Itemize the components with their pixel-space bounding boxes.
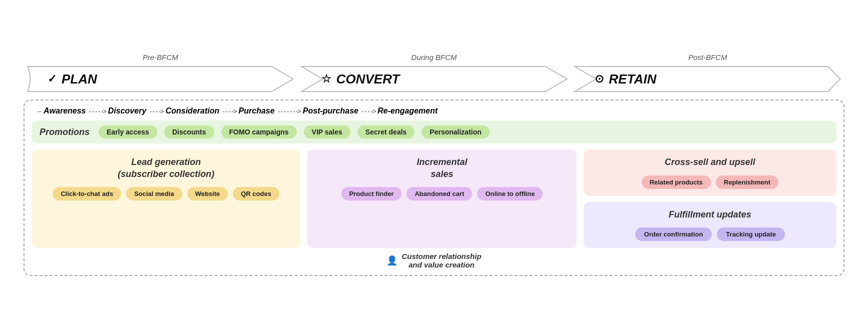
incremental-tag-o2o: Online to offline <box>477 187 543 200</box>
customer-rel-text: Customer relationshipand value creation <box>401 252 481 269</box>
diagram-container: Pre-BFCM ✓ PLAN During BFCM ☆ CON <box>14 48 854 281</box>
promo-tag-vip: VIP sales <box>304 126 350 138</box>
fulfillment-tag-tracking: Tracking update <box>717 228 785 241</box>
promo-tag-secret: Secret deals <box>357 126 415 138</box>
fulfillment-tags: Order confirmation Tracking update <box>592 228 828 241</box>
arrow-1: - - - - -> <box>88 108 106 115</box>
arrow-4: - - - - - - -> <box>277 108 301 115</box>
lead-gen-tag-click: Click-to-chat ads <box>53 187 121 200</box>
incremental-tag-cart: Abandoned cart <box>406 187 472 200</box>
incremental-tag-product: Product finder <box>341 187 402 200</box>
promotions-row: Promotions Early access Discounts FOMO c… <box>32 120 836 144</box>
crosssell-tag-related: Related products <box>642 176 711 189</box>
phase-retain-arrow: ⊙ RETAIN <box>571 64 844 94</box>
phases-row: Pre-BFCM ✓ PLAN During BFCM ☆ CON <box>24 53 844 94</box>
promo-tag-personalization: Personalization <box>421 126 489 138</box>
fulfillment-tag-order: Order confirmation <box>635 228 712 241</box>
crosssell-tags: Related products Replenishment <box>592 176 828 189</box>
convert-icon: ☆ <box>321 72 331 86</box>
phase-plan-text: ✓ PLAN <box>38 72 97 87</box>
plan-icon: ✓ <box>48 72 57 86</box>
promo-tag-fomo: FOMO campaigns <box>221 126 297 138</box>
phase-retain-title: RETAIN <box>609 72 656 87</box>
journey-reengagement: Re-engagement <box>377 106 438 116</box>
fulfillment-title: Fulfillment updates <box>592 209 828 220</box>
fulfillment-box: Fulfillment updates Order confirmation T… <box>584 202 836 248</box>
phase-plan: Pre-BFCM ✓ PLAN <box>24 53 297 94</box>
journey-discovery: Discovery <box>108 106 147 116</box>
journey-awareness: Awareness <box>44 106 86 116</box>
incremental-tags: Product finder Abandoned cart Online to … <box>315 187 568 200</box>
phase-retain-label: Post-BFCM <box>688 53 727 62</box>
lead-gen-tags: Click-to-chat ads Social media Website Q… <box>40 187 292 200</box>
phase-convert-arrow: ☆ CONVERT <box>297 64 571 94</box>
main-content: → Awareness - - - - -> Discovery - - - -… <box>24 100 844 276</box>
retain-icon: ⊙ <box>595 72 604 86</box>
journey-purchase: Purchase <box>239 106 275 116</box>
lead-gen-tag-website: Website <box>187 187 228 200</box>
journey-postpurchase: Post-purchase <box>303 106 358 116</box>
phase-convert-title: CONVERT <box>336 72 400 87</box>
incremental-title: Incrementalsales <box>315 156 568 180</box>
phase-retain: Post-BFCM ⊙ RETAIN <box>571 53 844 94</box>
promo-tag-early-access: Early access <box>99 126 157 138</box>
lead-gen-tag-social: Social media <box>126 187 182 200</box>
lead-gen-tag-qr: QR codes <box>233 187 279 200</box>
arrow-2: - - - -> <box>148 108 163 115</box>
boxes-row: Lead generation(subscriber collection) C… <box>32 150 836 248</box>
right-col: Cross-sell and upsell Related products R… <box>584 150 836 248</box>
phase-plan-label: Pre-BFCM <box>143 53 178 62</box>
promotions-label: Promotions <box>40 127 90 138</box>
phase-convert-label: During BFCM <box>411 53 457 62</box>
crosssell-title: Cross-sell and upsell <box>592 156 828 168</box>
phase-convert: During BFCM ☆ CONVERT <box>297 53 571 94</box>
arrow-5: - - - -> <box>360 108 375 115</box>
arrow-start: → <box>36 108 42 115</box>
journey-consideration: Consideration <box>166 106 220 116</box>
lead-gen-title: Lead generation(subscriber collection) <box>40 156 292 180</box>
bottom-row: 👤 Customer relationshipand value creatio… <box>32 252 836 269</box>
phase-retain-text: ⊙ RETAIN <box>585 72 656 87</box>
person-icon: 👤 <box>386 255 397 266</box>
phase-convert-text: ☆ CONVERT <box>311 72 400 87</box>
arrow-3: - - - -> <box>221 108 236 115</box>
incremental-box: Incrementalsales Product finder Abandone… <box>307 150 576 248</box>
lead-gen-box: Lead generation(subscriber collection) C… <box>32 150 300 248</box>
crosssell-box: Cross-sell and upsell Related products R… <box>584 150 836 196</box>
phase-plan-title: PLAN <box>62 72 97 87</box>
promo-tag-discounts: Discounts <box>164 126 214 138</box>
phase-plan-arrow: ✓ PLAN <box>24 64 297 94</box>
journey-row: → Awareness - - - - -> Discovery - - - -… <box>32 106 836 116</box>
crosssell-tag-replenishment: Replenishment <box>716 176 778 189</box>
